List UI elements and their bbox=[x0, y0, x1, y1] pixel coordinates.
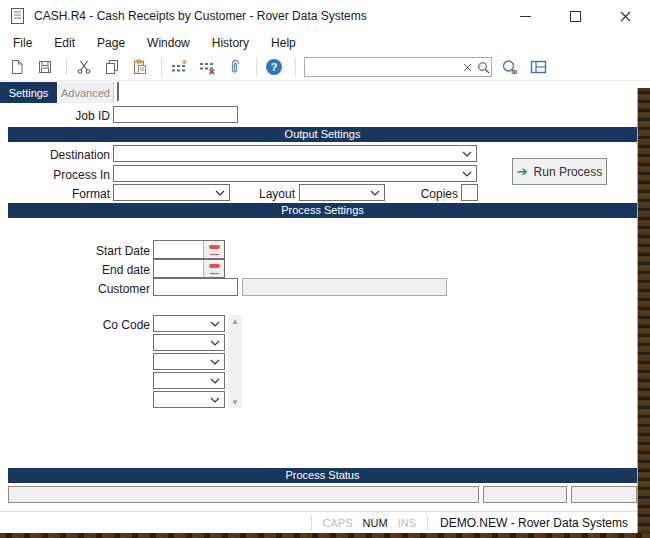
ins-indicator: INS bbox=[398, 517, 416, 529]
toolbar-separator bbox=[256, 58, 257, 76]
caps-indicator: CAPS bbox=[323, 517, 353, 529]
co-code-label: Co Code bbox=[0, 318, 150, 332]
minimize-icon bbox=[520, 16, 531, 17]
search-input[interactable] bbox=[305, 60, 459, 74]
layout-select[interactable] bbox=[299, 184, 385, 201]
layout-icon bbox=[530, 59, 547, 75]
process-status-field bbox=[8, 486, 479, 503]
process-status-field-3 bbox=[571, 486, 637, 503]
co-code-select-2[interactable] bbox=[153, 334, 225, 351]
chevron-down-icon bbox=[210, 359, 220, 365]
toolbar: ? bbox=[0, 54, 650, 81]
copies-field-wrap bbox=[461, 184, 478, 201]
co-code-select-5[interactable] bbox=[153, 391, 225, 408]
layout-button[interactable] bbox=[526, 56, 550, 78]
preview-icon bbox=[501, 59, 519, 76]
menu-page[interactable]: Page bbox=[86, 33, 136, 53]
save-icon bbox=[37, 59, 53, 75]
toolbar-separator bbox=[295, 58, 296, 76]
destination-select[interactable] bbox=[113, 145, 477, 162]
maximize-button[interactable] bbox=[554, 0, 596, 32]
start-date-calendar-button[interactable] bbox=[203, 241, 224, 258]
co-code-scrollbar[interactable]: ▲ ▼ bbox=[228, 315, 242, 408]
process-in-select[interactable] bbox=[113, 165, 477, 182]
calendar-icon bbox=[209, 245, 220, 255]
end-date-field bbox=[153, 259, 225, 278]
customer-field-wrap bbox=[153, 278, 238, 296]
tabstrip-endcap bbox=[117, 82, 119, 101]
chevron-down-icon bbox=[210, 378, 220, 384]
window-title: CASH.R4 - Cash Receipts by Customer - Ro… bbox=[34, 0, 367, 32]
attach-icon bbox=[227, 59, 243, 75]
menu-window[interactable]: Window bbox=[136, 33, 201, 53]
run-arrow-icon: ➔ bbox=[517, 165, 528, 178]
delete-rows-button[interactable] bbox=[195, 56, 219, 78]
menu-help[interactable]: Help bbox=[260, 33, 307, 53]
insert-rows-button[interactable] bbox=[167, 56, 191, 78]
start-date-field bbox=[153, 240, 225, 259]
maximize-icon bbox=[570, 11, 581, 22]
new-document-button[interactable] bbox=[5, 56, 29, 78]
end-date-label: End date bbox=[0, 263, 150, 277]
end-date-input[interactable] bbox=[154, 260, 203, 277]
tab-settings-label: Settings bbox=[9, 87, 49, 99]
help-button[interactable]: ? bbox=[262, 56, 286, 78]
customer-input[interactable] bbox=[154, 279, 237, 295]
paste-icon bbox=[132, 59, 148, 75]
help-icon: ? bbox=[266, 59, 282, 75]
desktop-background bbox=[638, 88, 650, 538]
chevron-down-icon bbox=[462, 171, 472, 177]
co-code-select-1[interactable] bbox=[153, 315, 225, 332]
desktop-background bbox=[0, 533, 650, 538]
delete-rows-icon bbox=[199, 59, 216, 75]
destination-label: Destination bbox=[0, 148, 110, 162]
co-code-select-4[interactable] bbox=[153, 372, 225, 389]
minimize-button[interactable] bbox=[504, 0, 546, 32]
end-date-calendar-button[interactable] bbox=[203, 260, 224, 277]
paste-button[interactable] bbox=[128, 56, 152, 78]
format-select[interactable] bbox=[113, 184, 230, 201]
search-icon[interactable] bbox=[475, 59, 491, 75]
output-settings-title: Output Settings bbox=[285, 128, 361, 140]
copies-label: Copies bbox=[380, 187, 458, 201]
scroll-down-icon[interactable]: ▼ bbox=[228, 396, 242, 408]
attach-button[interactable] bbox=[223, 56, 247, 78]
menu-edit[interactable]: Edit bbox=[43, 33, 86, 53]
run-process-button[interactable]: ➔ Run Process bbox=[512, 158, 607, 185]
process-status-title: Process Status bbox=[286, 469, 360, 481]
chevron-down-icon bbox=[215, 190, 225, 196]
preview-button[interactable] bbox=[498, 56, 522, 78]
num-indicator: NUM bbox=[363, 517, 388, 529]
menu-file[interactable]: File bbox=[2, 33, 43, 53]
customer-label: Customer bbox=[0, 282, 150, 296]
tabstrip: Settings Advanced bbox=[0, 82, 119, 103]
copies-input[interactable] bbox=[462, 185, 477, 200]
calendar-icon bbox=[209, 264, 220, 274]
scroll-up-icon[interactable]: ▲ bbox=[228, 315, 242, 327]
close-icon bbox=[620, 11, 631, 22]
format-label: Format bbox=[0, 187, 110, 201]
customer-name-display bbox=[242, 278, 447, 296]
co-code-select-3[interactable] bbox=[153, 353, 225, 370]
start-date-input[interactable] bbox=[154, 241, 203, 258]
insert-rows-icon bbox=[171, 59, 188, 75]
statusbar-separator bbox=[427, 515, 428, 531]
save-button[interactable] bbox=[33, 56, 57, 78]
menu-history[interactable]: History bbox=[201, 33, 260, 53]
job-id-input[interactable] bbox=[114, 107, 237, 122]
copy-icon bbox=[104, 59, 120, 75]
run-process-label: Run Process bbox=[534, 165, 603, 179]
statusbar-message: DEMO.NEW - Rover Data Systems bbox=[440, 516, 628, 530]
copy-button[interactable] bbox=[100, 56, 124, 78]
tab-settings[interactable]: Settings bbox=[0, 82, 57, 103]
chevron-down-icon bbox=[370, 190, 380, 196]
cut-button[interactable] bbox=[72, 56, 96, 78]
statusbar: CAPS NUM INS DEMO.NEW - Rover Data Syste… bbox=[0, 511, 650, 533]
search-clear-icon[interactable] bbox=[459, 59, 475, 75]
chevron-down-icon bbox=[210, 397, 220, 403]
tab-advanced[interactable]: Advanced bbox=[58, 82, 114, 103]
app-icon bbox=[11, 8, 24, 24]
start-date-label: Start Date bbox=[0, 244, 150, 258]
chevron-down-icon bbox=[210, 321, 220, 327]
close-button[interactable] bbox=[604, 0, 646, 32]
